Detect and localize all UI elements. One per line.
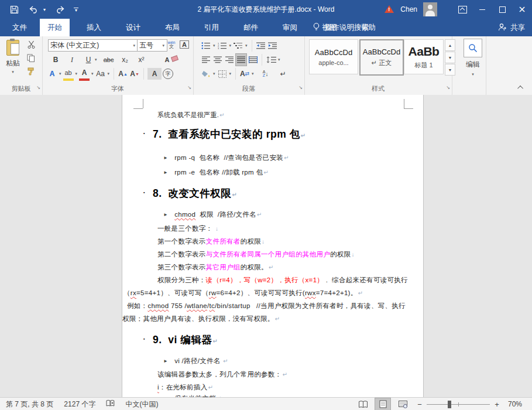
zoom-in-button[interactable]: + xyxy=(492,400,502,409)
collapse-ribbon-button[interactable] xyxy=(516,83,526,91)
line-spacing-dropdown-icon[interactable]: ▾ xyxy=(278,57,280,62)
page-number-indicator[interactable]: 第 7 页, 共 8 页 xyxy=(6,399,53,409)
share-button[interactable]: 共享 xyxy=(498,19,525,36)
tab-design[interactable]: 设计 xyxy=(118,19,148,36)
numbered-list-button[interactable]: 123 xyxy=(217,40,228,52)
undo-dropdown-icon[interactable]: ▾ xyxy=(43,7,46,12)
justify-button[interactable] xyxy=(236,54,246,66)
zoom-slider-handle[interactable] xyxy=(448,401,451,408)
paragraph-dialog-launcher[interactable]: ↘ xyxy=(298,85,303,90)
font-color-dropdown-icon[interactable]: ▾ xyxy=(91,71,94,76)
clipboard-dialog-launcher[interactable]: ↘ xyxy=(36,85,40,90)
font-size-combobox[interactable]: 五号 ▾ xyxy=(137,39,167,52)
sort-button[interactable]: AZ ↓ xyxy=(260,68,271,80)
subscript-button[interactable]: x₂ xyxy=(120,54,131,66)
asian-layout-button[interactable]: A⇄ xyxy=(239,68,250,80)
clear-formatting-button[interactable]: A xyxy=(162,54,173,66)
tab-references[interactable]: 引用 xyxy=(197,19,226,36)
bold-button[interactable]: B xyxy=(50,54,61,66)
shrink-font-button[interactable]: A▼ xyxy=(129,68,140,80)
enclose-characters-button[interactable]: 字 xyxy=(163,68,173,80)
highlight-dropdown-icon[interactable]: ▾ xyxy=(75,71,78,76)
asian-layout-dropdown-icon[interactable]: ▾ xyxy=(252,71,254,76)
underline-button[interactable]: U xyxy=(83,54,94,66)
numbered-list-dropdown-icon[interactable]: ▾ xyxy=(229,43,232,48)
phonetic-guide-button[interactable]: wén 文 xyxy=(166,39,177,50)
align-right-button[interactable] xyxy=(224,54,235,66)
text-effects-button[interactable]: A xyxy=(47,68,57,80)
superscript-button[interactable]: x² xyxy=(136,54,147,66)
character-shading-button[interactable]: A xyxy=(147,68,162,80)
font-color-button[interactable]: A xyxy=(79,67,90,81)
multilevel-list-dropdown-icon[interactable]: ▾ xyxy=(245,43,248,48)
grow-font-button[interactable]: A▲ xyxy=(118,68,128,80)
language-indicator[interactable]: 中文(中国) xyxy=(125,399,158,409)
cut-button[interactable] xyxy=(26,39,36,50)
change-case-button[interactable]: Aa xyxy=(95,68,106,80)
italic-button[interactable]: I xyxy=(67,54,77,66)
shading-button[interactable] xyxy=(201,68,211,80)
maximize-button[interactable] xyxy=(492,0,512,19)
copy-button[interactable] xyxy=(26,52,36,64)
print-layout-button[interactable] xyxy=(375,398,390,410)
editing-button[interactable]: 编辑 ▾ xyxy=(460,39,486,77)
tell-me-search[interactable]: 操作说明搜索 xyxy=(313,19,369,36)
ribbon-display-options-button[interactable] xyxy=(452,0,472,19)
read-mode-button[interactable] xyxy=(355,398,370,410)
align-center-button[interactable] xyxy=(212,54,223,66)
redo-icon[interactable] xyxy=(54,3,66,16)
font-dialog-launcher[interactable]: ↘ xyxy=(187,85,191,90)
text-effects-dropdown-icon[interactable]: ▾ xyxy=(59,71,61,76)
web-layout-button[interactable] xyxy=(395,398,410,410)
font-size-dropdown-icon[interactable]: ▾ xyxy=(162,43,164,48)
align-left-button[interactable] xyxy=(201,54,211,66)
tab-mailings[interactable]: 邮件 xyxy=(236,19,266,36)
save-icon[interactable] xyxy=(8,3,20,16)
tab-file[interactable]: 文件 xyxy=(5,19,35,36)
character-border-button[interactable]: A xyxy=(179,39,190,50)
close-button[interactable]: × xyxy=(512,0,532,19)
zoom-slider[interactable] xyxy=(427,400,490,408)
show-hide-marks-button[interactable]: ↵ xyxy=(278,68,289,80)
minimize-button[interactable] xyxy=(472,0,492,19)
increase-indent-button[interactable] xyxy=(267,40,278,52)
doc-text: chmod xyxy=(147,302,169,309)
word-count-indicator[interactable]: 2127 个字 xyxy=(64,399,95,409)
customize-qat-icon[interactable]: ▾ xyxy=(74,8,78,12)
user-avatar[interactable] xyxy=(423,2,437,16)
format-painter-button[interactable] xyxy=(26,66,36,77)
style-card-apple[interactable]: AaBbCcDd apple-co... xyxy=(309,39,358,74)
text-highlight-button[interactable]: ab xyxy=(63,67,74,81)
paste-dropdown-icon[interactable]: ▾ xyxy=(12,70,14,74)
multilevel-list-button[interactable] xyxy=(233,40,243,52)
tab-home[interactable]: 开始 xyxy=(40,19,70,36)
change-case-dropdown-icon[interactable]: ▾ xyxy=(108,71,110,76)
strikethrough-button[interactable]: abc xyxy=(104,54,114,66)
font-name-dropdown-icon[interactable]: ▾ xyxy=(133,43,135,48)
tab-insert[interactable]: 插入 xyxy=(79,19,109,36)
editing-dropdown-icon[interactable]: ▾ xyxy=(472,72,474,77)
style-card-heading1[interactable]: AaBb 标题 1 xyxy=(404,39,444,74)
bullet-list-dropdown-icon[interactable]: ▾ xyxy=(213,43,215,48)
undo-icon[interactable] xyxy=(28,3,40,16)
warning-icon[interactable] xyxy=(384,5,394,14)
line-spacing-button[interactable] xyxy=(266,54,276,66)
zoom-percentage[interactable]: 70% xyxy=(502,400,528,408)
tab-layout[interactable]: 布局 xyxy=(157,19,187,36)
tab-review[interactable]: 审阅 xyxy=(275,19,305,36)
borders-dropdown-icon[interactable]: ▾ xyxy=(229,71,232,76)
decrease-indent-button[interactable] xyxy=(256,40,266,52)
distributed-button[interactable] xyxy=(248,54,258,66)
borders-button[interactable] xyxy=(217,68,228,80)
style-card-normal[interactable]: AaBbCcDd ↵ 正文 xyxy=(359,39,404,76)
proofing-errors-icon[interactable] xyxy=(106,399,115,409)
underline-dropdown-icon[interactable]: ▾ xyxy=(95,57,97,62)
document-page[interactable]: 系统负载不是很严重.↵▪7. 查看系统中已安装的 rpm 包↵►rpm -q 包… xyxy=(122,95,424,397)
bullet-list-button[interactable] xyxy=(201,40,211,52)
shading-dropdown-icon[interactable]: ▾ xyxy=(213,71,215,76)
user-name[interactable]: Chen xyxy=(400,5,417,13)
font-name-combobox[interactable]: 宋体 (中文正文) ▾ xyxy=(48,39,138,52)
zoom-out-button[interactable]: − xyxy=(415,400,424,409)
paste-button[interactable]: 粘贴 ▾ xyxy=(2,39,23,82)
styles-dialog-launcher[interactable]: ↘ xyxy=(446,85,450,90)
